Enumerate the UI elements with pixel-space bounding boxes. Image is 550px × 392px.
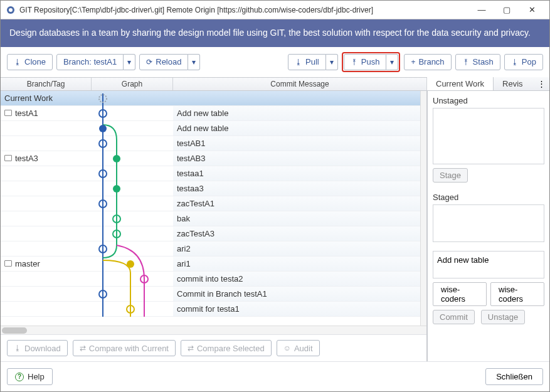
tab-revisions[interactable]: Revis	[494, 77, 532, 90]
commit-grid-header: Branch/Tag Graph Commit Message	[1, 77, 427, 91]
push-button[interactable]: ⭱Push	[344, 54, 387, 70]
graph-cell	[92, 301, 173, 316]
staged-label: Staged	[433, 193, 544, 202]
main-toolbar: ⭳Clone Branch: testA1 ▾ ⟳Reload ▾ ⭳Pull …	[1, 47, 549, 77]
graph-cell	[92, 120, 173, 135]
graph-cell	[92, 256, 173, 271]
message-cell: ari2	[173, 241, 420, 256]
message-cell: commit for testa1	[173, 302, 420, 316]
branch-cell: Current Work	[1, 93, 92, 103]
graph-cell	[92, 271, 173, 286]
minimize-button[interactable]: —	[469, 1, 494, 19]
commit-row[interactable]: zacTestA1	[1, 196, 420, 211]
stash-button[interactable]: ⭱Stash	[455, 54, 500, 70]
unstaged-list[interactable]	[433, 108, 544, 164]
staged-list[interactable]	[433, 204, 544, 242]
branch-selector-dropdown[interactable]: ▾	[124, 54, 135, 70]
compare-selected-button[interactable]: ⇄Compare Selected	[181, 340, 272, 356]
header-branch[interactable]: Branch/Tag	[1, 78, 92, 90]
tab-current-work[interactable]: Current Work	[427, 77, 494, 90]
graph-cell	[92, 151, 173, 166]
right-panel-tabs: Current Work Revis ⋮	[427, 77, 549, 91]
vertical-scrollbar[interactable]	[420, 91, 426, 326]
commit-row[interactable]: testaa1	[1, 166, 420, 181]
commit-row[interactable]: commit into testa2	[1, 272, 420, 287]
header-message[interactable]: Commit Message	[173, 78, 427, 90]
close-window-button[interactable]: ✕	[519, 1, 544, 19]
download-button[interactable]: ⭳Download	[7, 340, 68, 356]
commit-message-input[interactable]: Add new table	[433, 251, 544, 278]
graph-cell	[92, 105, 173, 120]
app-icon	[6, 5, 16, 15]
graph-cell	[92, 166, 173, 181]
tab-menu-icon[interactable]: ⋮	[534, 79, 549, 88]
author-field[interactable]: wise-coders	[433, 282, 487, 306]
branch-button[interactable]: +Branch	[404, 54, 451, 70]
monitor-icon	[4, 260, 12, 267]
graph-cell	[92, 241, 173, 256]
commit-row[interactable]: testAB1	[1, 136, 420, 151]
help-button[interactable]: ?Help	[7, 368, 53, 385]
right-panel: Unstaged Stage Staged Add new table wise…	[427, 91, 549, 361]
stage-button[interactable]: Stage	[433, 168, 468, 183]
commit-row[interactable]: masterari1	[1, 257, 420, 272]
pop-button[interactable]: ⭳Pop	[504, 54, 543, 70]
compare-current-button[interactable]: ⇄Compare with Current	[73, 340, 176, 356]
unstaged-label: Unstaged	[433, 96, 544, 105]
commit-row[interactable]: Commit in Branch testA1	[1, 287, 420, 302]
committer-field[interactable]: wise-coders	[490, 282, 544, 306]
commit-button[interactable]: Commit	[433, 310, 475, 324]
message-cell: Add new table	[173, 121, 420, 135]
message-cell: testAB3	[173, 151, 420, 166]
commit-row[interactable]: Add new table	[1, 121, 420, 136]
compare-icon: ⇄	[80, 344, 86, 352]
audit-button[interactable]: ☺Audit	[277, 340, 320, 356]
maximize-button[interactable]: ▢	[494, 1, 519, 19]
branch-cell: testA1	[1, 109, 92, 118]
commit-row[interactable]: Current Work	[1, 91, 420, 106]
reload-dropdown[interactable]: ▾	[188, 54, 200, 70]
clone-button[interactable]: ⭳Clone	[7, 54, 53, 70]
message-cell: commit into testa2	[173, 272, 420, 286]
graph-cell	[92, 196, 173, 211]
help-icon: ?	[15, 373, 24, 381]
commit-row[interactable]: testA3testAB3	[1, 151, 420, 166]
svg-point-1	[9, 8, 13, 12]
reload-button[interactable]: ⟳Reload	[139, 54, 188, 70]
message-cell: testaa1	[173, 166, 420, 181]
upload-icon: ⭱	[351, 58, 358, 66]
commit-list[interactable]: Current WorktestA1Add new tableAdd new t…	[1, 91, 420, 326]
download-icon: ⭳	[14, 58, 21, 66]
message-cell: testAB1	[173, 136, 420, 151]
branch-selector[interactable]: Branch: testA1	[56, 54, 124, 70]
commit-row[interactable]: bak	[1, 211, 420, 226]
commit-row[interactable]: testaa3	[1, 181, 420, 196]
graph-cell	[92, 181, 173, 196]
commit-row[interactable]: commit for testa1	[1, 302, 420, 317]
download-icon: ⭳	[511, 58, 519, 66]
commit-row[interactable]: ari2	[1, 241, 420, 257]
message-cell: bak	[173, 211, 420, 226]
commit-row[interactable]: zacTestA3	[1, 226, 420, 241]
secondary-toolbar: ⭳Download ⇄Compare with Current ⇄Compare…	[1, 334, 426, 361]
graph-cell	[92, 211, 173, 226]
close-button[interactable]: Schließen	[485, 368, 543, 385]
horizontal-scrollbar[interactable]	[1, 326, 426, 334]
message-cell: ari1	[173, 257, 420, 271]
unstage-button[interactable]: Unstage	[481, 310, 525, 324]
commit-row[interactable]: testA1Add new table	[1, 106, 420, 121]
branch-cell: testA3	[1, 154, 92, 163]
chevron-down-icon: ▾	[127, 58, 131, 66]
title-bar: GIT Repository[C:\Temp\dbf-jdbc-driver\.…	[1, 1, 549, 19]
branch-cell: master	[1, 259, 92, 268]
header-graph[interactable]: Graph	[92, 78, 173, 90]
monitor-icon	[4, 110, 12, 116]
compare-icon: ⇄	[188, 344, 194, 352]
pull-button[interactable]: ⭳Pull	[288, 54, 326, 70]
message-cell: Add new table	[173, 106, 420, 120]
graph-cell	[92, 286, 173, 301]
message-cell: testaa3	[173, 181, 420, 196]
download-icon: ⭳	[295, 58, 302, 66]
pull-dropdown[interactable]: ▾	[326, 54, 338, 70]
push-dropdown[interactable]: ▾	[386, 54, 398, 70]
